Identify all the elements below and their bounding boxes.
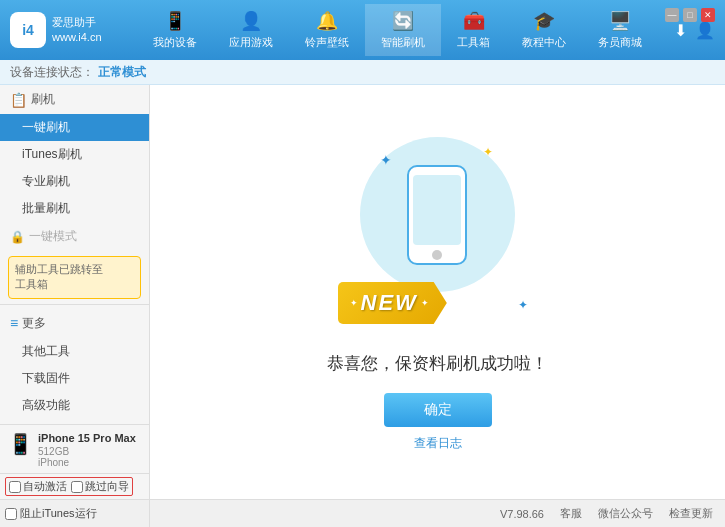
customer-service-link[interactable]: 客服 (560, 506, 582, 521)
sidebar-item-itunes-flash[interactable]: iTunes刷机 (0, 141, 149, 168)
toolbox-icon: 🧰 (463, 10, 485, 32)
more-section-label: 更多 (22, 315, 46, 332)
download-button[interactable]: ⬇ (674, 21, 687, 40)
controls-red-box: 自动激活 跳过向导 (5, 477, 133, 496)
auto-activate-checkbox[interactable] (9, 481, 21, 493)
device-model: iPhone (38, 457, 136, 468)
nav-app-game-label: 应用游戏 (229, 35, 273, 50)
logo-icon: i4 (10, 12, 46, 48)
flash-section-icon: 📋 (10, 92, 27, 108)
restore-section-icon: 🔒 (10, 230, 25, 244)
device-icon: 📱 (8, 432, 33, 456)
restore-section-label: 一键模式 (29, 228, 77, 245)
nav-ringtone-label: 铃声壁纸 (305, 35, 349, 50)
circle-bg: ✦ ✦ (360, 137, 515, 292)
business-icon: 🖥️ (609, 10, 631, 32)
one-click-flash-label: 一键刷机 (22, 120, 70, 134)
main-nav: 📱 我的设备 👤 应用游戏 🔔 铃声壁纸 🔄 智能刷机 🧰 工具箱 🎓 (122, 4, 674, 56)
itunes-checkbox[interactable] (5, 508, 17, 520)
nav-smart-flash[interactable]: 🔄 智能刷机 (365, 4, 441, 56)
flash-section-label: 刷机 (31, 91, 55, 108)
nav-toolbox[interactable]: 🧰 工具箱 (441, 4, 506, 56)
guide-checkbox[interactable] (71, 481, 83, 493)
close-button[interactable]: ✕ (701, 8, 715, 22)
auto-activate-label[interactable]: 自动激活 (9, 479, 67, 494)
nav-app-game[interactable]: 👤 应用游戏 (213, 4, 289, 56)
status-mode: 正常模式 (98, 64, 146, 81)
status-prefix: 设备连接状态： (10, 64, 94, 81)
left-panel: 📋 刷机 一键刷机 iTunes刷机 专业刷机 批量刷机 🔒 (0, 85, 150, 499)
sidebar-item-pro-flash[interactable]: 专业刷机 (0, 168, 149, 195)
nav-business-label: 务员商城 (598, 35, 642, 50)
new-badge-text: NEW (361, 290, 418, 316)
user-button[interactable]: 👤 (695, 21, 715, 40)
batch-flash-label: 批量刷机 (22, 201, 70, 215)
download-firmware-label: 下载固件 (22, 371, 70, 385)
wechat-link[interactable]: 微信公众号 (598, 506, 653, 521)
device-section: 📱 iPhone 15 Pro Max 512GB iPhone (0, 424, 149, 474)
window-controls: — □ ✕ (665, 8, 715, 22)
guide-text: 跳过向导 (85, 479, 129, 494)
nav-tutorial[interactable]: 🎓 教程中心 (506, 4, 582, 56)
log-link[interactable]: 查看日志 (414, 435, 462, 452)
advanced-label: 高级功能 (22, 398, 70, 412)
footer: 阻止iTunes运行 V7.98.66 客服 微信公众号 检查更新 (0, 499, 725, 527)
auto-activate-text: 自动激活 (23, 479, 67, 494)
phone-home-button (432, 250, 442, 260)
app-logo: i4 爱思助手www.i4.cn (10, 12, 102, 48)
sparkle-1: ✦ (380, 152, 392, 168)
other-tools-label: 其他工具 (22, 344, 70, 358)
status-bar: 设备连接状态： 正常模式 (0, 60, 725, 85)
header: i4 爱思助手www.i4.cn 📱 我的设备 👤 应用游戏 🔔 铃声壁纸 🔄 … (0, 0, 725, 60)
content-area: ✦ ✦ ✦ NEW ✦ (150, 85, 725, 499)
sparkle-2: ✦ (483, 145, 493, 159)
notice-text: 辅助工具已跳转至 工具箱 (15, 263, 103, 290)
sidebar-restore-header: 🔒 一键模式 (0, 222, 149, 251)
itunes-flash-label: iTunes刷机 (22, 147, 82, 161)
ringtone-icon: 🔔 (316, 10, 338, 32)
sidebar-item-one-click-flash[interactable]: 一键刷机 (0, 114, 149, 141)
nav-smart-flash-label: 智能刷机 (381, 35, 425, 50)
success-illustration: ✦ ✦ ✦ NEW ✦ (338, 132, 538, 332)
footer-right: V7.98.66 客服 微信公众号 检查更新 (150, 506, 725, 521)
sidebar-item-other-tools[interactable]: 其他工具 (0, 338, 149, 365)
bottom-controls: 自动激活 跳过向导 (0, 473, 149, 499)
nav-ringtone[interactable]: 🔔 铃声壁纸 (289, 4, 365, 56)
device-info: iPhone 15 Pro Max 512GB iPhone (38, 430, 136, 469)
nav-business[interactable]: 🖥️ 务员商城 (582, 4, 658, 56)
version-text: V7.98.66 (500, 508, 544, 520)
minimize-button[interactable]: — (665, 8, 679, 22)
sidebar-item-batch-flash[interactable]: 批量刷机 (0, 195, 149, 222)
sidebar-more-header: ≡ 更多 (0, 309, 149, 338)
smart-flash-icon: 🔄 (392, 10, 414, 32)
sidebar-item-download-firmware[interactable]: 下载固件 (0, 365, 149, 392)
header-right: ⬇ 👤 (674, 21, 715, 40)
phone-screen (413, 175, 461, 245)
itunes-checkbox-label[interactable]: 阻止iTunes运行 (5, 506, 97, 521)
new-star-left: ✦ (350, 298, 358, 308)
my-device-icon: 📱 (164, 10, 186, 32)
nav-my-device-label: 我的设备 (153, 35, 197, 50)
phone-body (407, 165, 467, 265)
pro-flash-label: 专业刷机 (22, 174, 70, 188)
guide-label[interactable]: 跳过向导 (71, 479, 129, 494)
itunes-checkbox-text: 阻止iTunes运行 (20, 506, 97, 521)
nav-tutorial-label: 教程中心 (522, 35, 566, 50)
sidebar-notice: 辅助工具已跳转至 工具箱 (8, 256, 141, 299)
device-name: iPhone 15 Pro Max (38, 430, 136, 447)
nav-toolbox-label: 工具箱 (457, 35, 490, 50)
nav-my-device[interactable]: 📱 我的设备 (137, 4, 213, 56)
maximize-button[interactable]: □ (683, 8, 697, 22)
app-game-icon: 👤 (240, 10, 262, 32)
more-section-icon: ≡ (10, 315, 18, 331)
confirm-button[interactable]: 确定 (384, 393, 492, 427)
logo-text: 爱思助手www.i4.cn (52, 15, 102, 46)
sidebar-flash-header: 📋 刷机 (0, 85, 149, 114)
new-star-right: ✦ (421, 298, 429, 308)
new-badge: ✦ NEW ✦ (338, 282, 447, 324)
check-update-link[interactable]: 检查更新 (669, 506, 713, 521)
sidebar-divider-1 (0, 304, 149, 305)
sidebar-item-advanced[interactable]: 高级功能 (0, 392, 149, 419)
footer-left: 阻止iTunes运行 (0, 500, 150, 527)
logo-char: i4 (22, 22, 34, 38)
